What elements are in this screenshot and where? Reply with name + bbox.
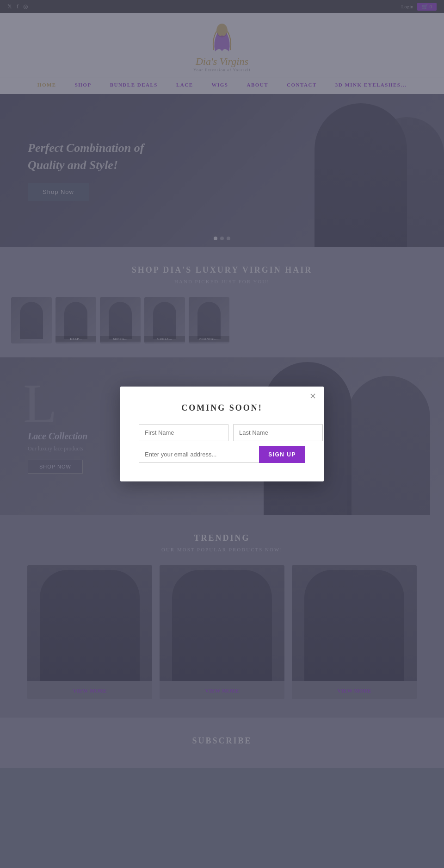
signup-button[interactable]: SIGN UP: [259, 446, 305, 463]
modal-email-row: SIGN UP: [139, 446, 305, 463]
coming-soon-modal: ✕ COMING SOON! SIGN UP: [120, 387, 324, 481]
modal-overlay[interactable]: ✕ COMING SOON! SIGN UP: [0, 0, 444, 768]
last-name-input[interactable]: [233, 424, 323, 441]
modal-title: COMING SOON!: [139, 403, 305, 413]
modal-name-row: [139, 424, 305, 441]
modal-close-button[interactable]: ✕: [309, 392, 316, 400]
first-name-input[interactable]: [139, 424, 228, 441]
email-input[interactable]: [139, 446, 259, 463]
